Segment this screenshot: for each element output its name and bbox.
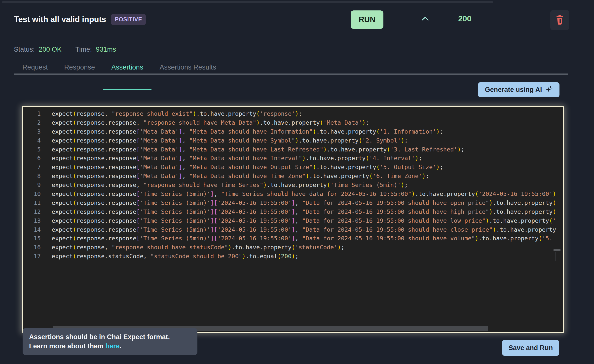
line-number: 3 xyxy=(23,127,52,136)
expected-status-code: 200 xyxy=(458,14,471,23)
editor-viewport: 1expect(response, "response should exist… xyxy=(23,107,563,332)
code-line[interactable]: 6expect(response.response['Meta Data'], … xyxy=(23,154,556,163)
code-line[interactable]: 1expect(response, "response should exist… xyxy=(23,109,556,118)
sparkles-icon xyxy=(545,85,553,94)
code-text: expect(response.response['Time Series (5… xyxy=(52,199,556,208)
code-line[interactable]: 13expect(response.response['Time Series … xyxy=(23,217,556,225)
learn-more-link[interactable]: here xyxy=(106,342,120,350)
tab-label: Assertions Results xyxy=(160,63,216,71)
generate-ai-button[interactable]: Generate using AI xyxy=(478,82,559,97)
assertions-code-editor[interactable]: 1expect(response, "response should exist… xyxy=(22,106,564,333)
tab-assertions-results[interactable]: Assertions Results xyxy=(151,59,224,75)
code-text: expect(response.response['Time Series (5… xyxy=(52,208,556,217)
test-type-badge: POSITIVE xyxy=(111,14,146,25)
tooltip-line1: Assertions should be in Chai Expect form… xyxy=(29,333,170,341)
line-number: 15 xyxy=(23,234,52,243)
collapse-button[interactable] xyxy=(420,14,431,24)
line-number: 11 xyxy=(23,199,52,208)
code-text: expect(response.response['Time Series (5… xyxy=(52,217,556,225)
code-line[interactable]: 12expect(response.response['Time Series … xyxy=(23,208,556,217)
code-line[interactable]: 4expect(response.response['Meta Data'], … xyxy=(23,136,556,145)
code-text: expect(response.response['Meta Data'], "… xyxy=(52,127,556,136)
status-label: Status: xyxy=(14,46,35,53)
tab-label: Response xyxy=(64,63,95,71)
code-line[interactable]: 8expect(response.response['Meta Data'], … xyxy=(23,172,556,181)
code-text: expect(response, "response should have s… xyxy=(52,243,556,252)
response-status-bar: Status: 200 OK Time: 931ms xyxy=(14,46,116,53)
line-number: 14 xyxy=(23,225,52,234)
scrollbar-track-divider xyxy=(556,107,556,332)
time-label: Time: xyxy=(75,46,92,53)
status-value: 200 OK xyxy=(39,46,62,53)
top-scroll-rod xyxy=(2,1,493,3)
line-number: 2 xyxy=(23,118,52,127)
tab-bar: Request Response Assertions Assertions R… xyxy=(14,58,568,75)
code-text: expect(response.response['Meta Data'], "… xyxy=(52,172,556,181)
line-number: 16 xyxy=(23,243,52,252)
code-text: expect(response.response['Meta Data'], "… xyxy=(52,136,556,145)
app-window: Test with all valid inputs POSITIVE RUN … xyxy=(0,0,594,364)
line-number: 17 xyxy=(23,252,52,261)
delete-test-button[interactable] xyxy=(550,10,569,30)
code-text: expect(response, "response should exist"… xyxy=(52,109,556,118)
line-number: 8 xyxy=(23,172,52,181)
code-text: expect(response.response, "response shou… xyxy=(52,181,556,190)
tooltip-line2: Learn more about them xyxy=(29,342,106,350)
code-line[interactable]: 14expect(response.response['Time Series … xyxy=(23,225,556,234)
code-line[interactable]: 11expect(response.response['Time Series … xyxy=(23,199,556,208)
code-lines: 1expect(response, "response should exist… xyxy=(23,109,556,261)
vertical-scrollbar-thumb[interactable] xyxy=(554,249,560,251)
code-text: expect(response.response['Time Series (5… xyxy=(52,225,556,234)
test-title: Test with all valid inputs xyxy=(14,15,106,24)
code-text: expect(response.response['Time Series (5… xyxy=(52,234,556,243)
code-text: expect(response.response['Meta Data'], "… xyxy=(52,163,556,172)
code-line[interactable]: 15expect(response.response['Time Series … xyxy=(23,234,556,243)
code-text: expect(response.statusCode, "statusCode … xyxy=(52,252,556,261)
line-number: 5 xyxy=(23,145,52,154)
bottom-divider xyxy=(0,361,594,361)
tooltip-period: . xyxy=(120,342,122,350)
line-number: 12 xyxy=(23,208,52,217)
code-line[interactable]: 9expect(response.response, "response sho… xyxy=(23,181,556,190)
tab-request[interactable]: Request xyxy=(14,59,56,75)
tab-response[interactable]: Response xyxy=(56,59,103,75)
tab-label: Request xyxy=(22,63,48,71)
trash-icon xyxy=(556,15,564,26)
line-number: 7 xyxy=(23,163,52,172)
chevron-up-icon xyxy=(421,19,429,23)
generate-ai-label: Generate using AI xyxy=(485,86,542,94)
assertions-hint-tooltip: Assertions should be in Chai Expect form… xyxy=(23,328,197,355)
test-header: Test with all valid inputs POSITIVE xyxy=(14,12,146,26)
code-text: expect(response.response['Time Series (5… xyxy=(52,190,556,199)
code-line[interactable]: 16expect(response, "response should have… xyxy=(23,243,556,252)
line-number: 4 xyxy=(23,136,52,145)
run-button[interactable]: RUN xyxy=(351,10,383,29)
save-and-run-button[interactable]: Save and Run xyxy=(502,340,559,356)
code-line[interactable]: 5expect(response.response['Meta Data'], … xyxy=(23,145,556,154)
code-line[interactable]: 10expect(response.response['Time Series … xyxy=(23,190,556,199)
line-number: 10 xyxy=(23,190,52,199)
line-number: 13 xyxy=(23,217,52,225)
code-line[interactable]: 2expect(response.response, "response sho… xyxy=(23,118,556,127)
code-text: expect(response.response, "response shou… xyxy=(52,118,556,127)
code-line[interactable]: 7expect(response.response['Meta Data'], … xyxy=(23,163,556,172)
line-number: 9 xyxy=(23,181,52,190)
time-value: 931ms xyxy=(96,46,116,53)
code-text: expect(response.response['Meta Data'], "… xyxy=(52,154,556,163)
code-text: expect(response.response['Meta Data'], "… xyxy=(52,145,556,154)
code-line[interactable]: 3expect(response.response['Meta Data'], … xyxy=(23,127,556,136)
line-number: 1 xyxy=(23,109,52,118)
tab-label: Assertions xyxy=(111,63,143,71)
tab-assertions[interactable]: Assertions xyxy=(103,59,151,75)
line-number: 6 xyxy=(23,154,52,163)
code-line[interactable]: 17expect(response.statusCode, "statusCod… xyxy=(23,252,556,261)
